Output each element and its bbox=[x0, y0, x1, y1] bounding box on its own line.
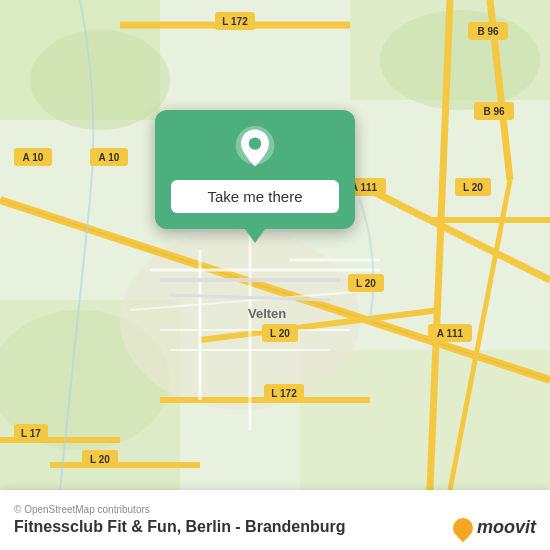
svg-text:A 111: A 111 bbox=[437, 328, 464, 339]
svg-text:L 17: L 17 bbox=[21, 428, 41, 439]
svg-point-59 bbox=[249, 137, 261, 149]
moovit-logo-text: moovit bbox=[477, 517, 536, 538]
svg-text:Velten: Velten bbox=[248, 306, 286, 321]
popup-card: Take me there bbox=[155, 110, 355, 229]
location-pin-icon bbox=[233, 126, 277, 170]
svg-point-6 bbox=[380, 10, 540, 110]
svg-text:L 20: L 20 bbox=[90, 454, 110, 465]
svg-text:L 20: L 20 bbox=[463, 182, 483, 193]
moovit-dot-icon bbox=[449, 513, 477, 541]
svg-point-8 bbox=[120, 230, 360, 410]
svg-point-5 bbox=[30, 30, 170, 130]
svg-text:L 20: L 20 bbox=[270, 328, 290, 339]
svg-text:B 96: B 96 bbox=[477, 26, 499, 37]
map-attribution: © OpenStreetMap contributors bbox=[14, 504, 536, 515]
svg-text:L 172: L 172 bbox=[222, 16, 248, 27]
moovit-logo: moovit bbox=[453, 517, 536, 538]
svg-text:A 10: A 10 bbox=[23, 152, 44, 163]
take-me-there-button[interactable]: Take me there bbox=[171, 180, 339, 213]
svg-text:A 10: A 10 bbox=[99, 152, 120, 163]
svg-text:B 96: B 96 bbox=[483, 106, 505, 117]
svg-text:L 172: L 172 bbox=[271, 388, 297, 399]
bottom-bar: © OpenStreetMap contributors Fitnessclub… bbox=[0, 490, 550, 550]
svg-text:L 20: L 20 bbox=[356, 278, 376, 289]
map-container: L 172 B 96 B 96 A 10 A 10 A 111 L 20 L 2… bbox=[0, 0, 550, 490]
